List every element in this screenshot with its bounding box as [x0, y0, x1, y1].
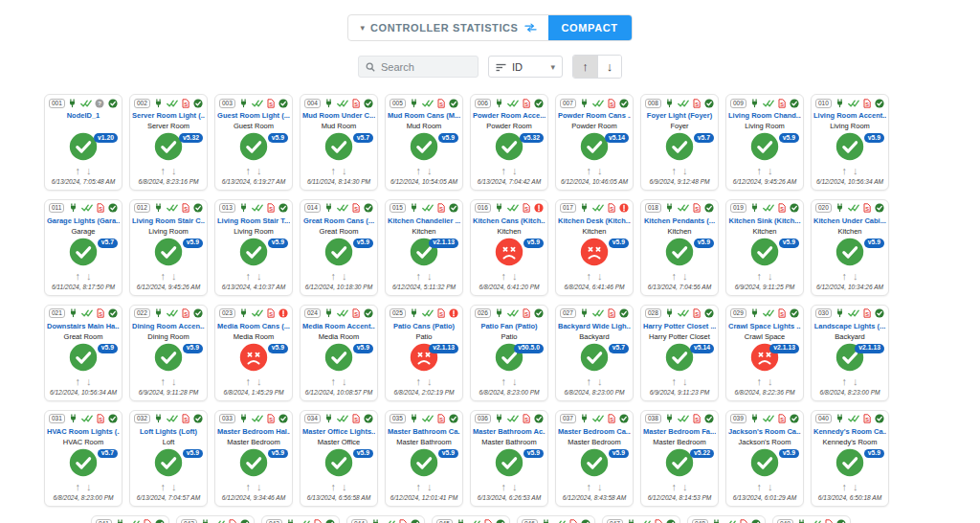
- arrow-up-icon[interactable]: ↑: [73, 270, 84, 282]
- arrow-down-icon[interactable]: ↓: [850, 481, 861, 492]
- device-name-link[interactable]: Great Room Cans (...: [302, 216, 375, 225]
- device-card[interactable]: 018 S: [640, 199, 719, 296]
- device-card[interactable]: 020 S: [811, 199, 889, 296]
- arrow-up-icon[interactable]: ↑: [328, 165, 340, 176]
- arrow-down-icon[interactable]: ↓: [424, 481, 435, 492]
- arrow-down-icon[interactable]: ↓: [765, 165, 776, 176]
- device-card[interactable]: 017 S: [555, 199, 634, 296]
- device-name-link[interactable]: Loft Lights (Loft): [132, 427, 205, 436]
- arrow-down-icon[interactable]: ↓: [83, 270, 95, 282]
- arrow-down-icon[interactable]: ↓: [424, 375, 435, 387]
- arrow-down-icon[interactable]: ↓: [168, 165, 180, 176]
- device-card[interactable]: 001 S: [44, 94, 122, 191]
- arrow-up-icon[interactable]: ↑: [73, 375, 84, 387]
- device-card[interactable]: 019 S: [725, 199, 804, 296]
- device-name-link[interactable]: Master Bedroom Hal...: [217, 427, 290, 436]
- arrow-up-icon[interactable]: ↑: [669, 375, 680, 387]
- device-card[interactable]: 012 S: [129, 199, 208, 296]
- device-name-link[interactable]: Kennedy's Room Ca...: [813, 427, 886, 436]
- device-card[interactable]: 031 S: [44, 410, 122, 507]
- device-card[interactable]: 033 S: [214, 410, 293, 507]
- device-name-link[interactable]: Living Room Chand...: [728, 111, 801, 120]
- device-name-link[interactable]: Garage Lights (Gara...: [47, 216, 120, 225]
- arrow-up-icon[interactable]: ↑: [328, 270, 340, 282]
- arrow-up-icon[interactable]: ↑: [839, 270, 851, 282]
- compact-button[interactable]: COMPACT: [548, 15, 632, 40]
- arrow-up-icon[interactable]: ↑: [243, 375, 255, 387]
- arrow-up-icon[interactable]: ↑: [413, 165, 425, 176]
- device-name-link[interactable]: Kitchen Chandelier ...: [388, 216, 460, 225]
- device-name-link[interactable]: Patio Cans (Patio): [388, 322, 460, 330]
- arrow-up-icon[interactable]: ↑: [413, 481, 425, 492]
- arrow-up-icon[interactable]: ↑: [328, 481, 340, 492]
- device-name-link[interactable]: Master Bedroom Ca...: [558, 427, 631, 436]
- device-card[interactable]: 013 S: [214, 199, 293, 296]
- arrow-down-icon[interactable]: ↓: [339, 481, 350, 492]
- device-name-link[interactable]: Crawl Space Lights ...: [728, 322, 801, 330]
- device-card[interactable]: 007 S: [555, 94, 634, 191]
- device-name-link[interactable]: Powder Room Acce...: [473, 111, 546, 120]
- device-name-link[interactable]: Mud Room Under C...: [302, 111, 375, 120]
- device-card[interactable]: 038 S: [640, 410, 719, 507]
- device-card[interactable]: 049 S: [772, 515, 851, 523]
- arrow-down-icon[interactable]: ↓: [83, 481, 95, 492]
- arrow-down-icon[interactable]: ↓: [168, 481, 180, 492]
- arrow-down-icon[interactable]: ↓: [765, 270, 776, 282]
- device-card[interactable]: 040 S: [811, 410, 889, 507]
- arrow-up-icon[interactable]: ↑: [499, 270, 510, 282]
- device-card[interactable]: 035 S: [385, 410, 463, 507]
- device-card[interactable]: 022 S: [129, 305, 208, 401]
- arrow-up-icon[interactable]: ↑: [499, 481, 510, 492]
- arrow-down-icon[interactable]: ↓: [339, 375, 350, 387]
- device-card[interactable]: 003 S: [214, 94, 293, 191]
- device-card[interactable]: 030 S: [811, 305, 889, 401]
- arrow-down-icon[interactable]: ↓: [254, 270, 265, 282]
- device-card[interactable]: 041 S: [91, 515, 169, 523]
- arrow-down-icon[interactable]: ↓: [254, 375, 265, 387]
- arrow-up-icon[interactable]: ↑: [669, 165, 680, 176]
- device-card[interactable]: 027 S: [555, 305, 634, 401]
- device-card[interactable]: 036 S: [470, 410, 548, 507]
- device-card[interactable]: 039 S: [725, 410, 804, 507]
- arrow-up-icon[interactable]: ↑: [754, 270, 766, 282]
- arrow-up-icon[interactable]: ↑: [243, 481, 255, 492]
- device-card[interactable]: 006 S: [470, 94, 548, 191]
- device-card[interactable]: 047 S: [602, 515, 680, 523]
- arrow-down-icon[interactable]: ↓: [424, 270, 435, 282]
- device-name-link[interactable]: Jackson's Room Ca...: [728, 427, 801, 436]
- arrow-down-icon[interactable]: ↓: [765, 481, 776, 492]
- arrow-down-icon[interactable]: ↓: [339, 270, 350, 282]
- arrow-up-icon[interactable]: ↑: [499, 375, 510, 387]
- device-name-link[interactable]: Kitchen Cans (Kitch...: [473, 216, 546, 225]
- device-card[interactable]: 048 S: [687, 515, 766, 523]
- device-card[interactable]: 026 S: [470, 305, 548, 401]
- arrow-up-icon[interactable]: ↑: [158, 481, 169, 492]
- device-card[interactable]: 014 S: [300, 199, 378, 296]
- arrow-up-icon[interactable]: ↑: [839, 165, 851, 176]
- device-card[interactable]: 005 S: [385, 94, 463, 191]
- device-name-link[interactable]: Downstairs Main Ha...: [47, 322, 120, 330]
- arrow-up-icon[interactable]: ↑: [73, 481, 84, 492]
- search-box[interactable]: [358, 56, 479, 78]
- arrow-down-icon[interactable]: ↓: [424, 165, 435, 176]
- device-name-link[interactable]: Foyer Light (Foyer): [643, 111, 716, 120]
- arrow-down-icon[interactable]: ↓: [679, 375, 691, 387]
- device-name-link[interactable]: Master Bathroom Ca...: [388, 427, 460, 436]
- device-name-link[interactable]: Kitchen Under Cabi...: [813, 216, 886, 225]
- device-card[interactable]: 045 S: [432, 515, 510, 523]
- arrow-up-icon[interactable]: ↑: [73, 165, 84, 176]
- arrow-up-icon[interactable]: ↑: [839, 375, 851, 387]
- device-card[interactable]: 016 S: [470, 199, 548, 296]
- arrow-up-icon[interactable]: ↑: [413, 375, 425, 387]
- arrow-up-icon[interactable]: ↑: [584, 270, 595, 282]
- arrow-down-icon[interactable]: ↓: [594, 375, 606, 387]
- arrow-down-icon[interactable]: ↓: [850, 375, 861, 387]
- arrow-up-icon[interactable]: ↑: [584, 375, 595, 387]
- view-dropdown[interactable]: ▾ CONTROLLER STATISTICS: [348, 15, 547, 40]
- arrow-up-icon[interactable]: ↑: [754, 165, 766, 176]
- device-name-link[interactable]: Living Room Accent...: [813, 111, 886, 120]
- arrow-up-icon[interactable]: ↑: [158, 270, 169, 282]
- device-name-link[interactable]: Master Office Lights...: [302, 427, 375, 436]
- arrow-up-icon[interactable]: ↑: [158, 165, 169, 176]
- device-card[interactable]: 032 S: [129, 410, 208, 507]
